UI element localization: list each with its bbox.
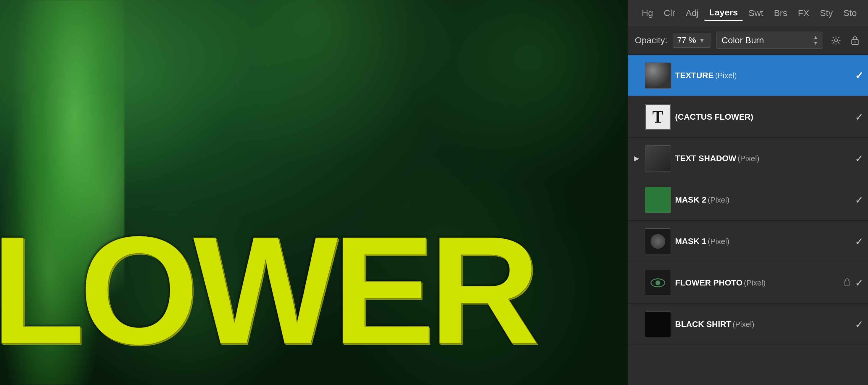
layer-thumbnail-cactus-flower: T — [645, 104, 671, 130]
tab-separator — [635, 8, 635, 18]
canvas-background: LOWER — [0, 0, 628, 385]
blend-row: Opacity: 77 % ▼ Color Burn ▲ ▼ — [628, 26, 868, 55]
texture-thumbnail-preview — [645, 63, 671, 88]
layer-expand-arrow-mask1 — [632, 237, 641, 245]
layer-item-mask2[interactable]: MASK 2 (Pixel) ✓ — [628, 179, 868, 220]
layer-type-mask2: (Pixel) — [708, 196, 730, 204]
layer-name-mask2: MASK 2 — [675, 195, 706, 204]
layer-type-texture: (Pixel) — [715, 71, 737, 80]
layer-thumbnail-text-shadow — [645, 145, 671, 172]
layer-right-mask2: ✓ — [855, 194, 863, 206]
tab-fx[interactable]: FX — [793, 6, 814, 21]
opacity-dropdown[interactable]: 77 % ▼ — [673, 33, 711, 48]
layer-visibility-check-texture[interactable]: ✓ — [855, 69, 863, 82]
layer-name-flower-photo: FLOWER PHOTO — [675, 278, 743, 287]
layer-visibility-check-text-shadow[interactable]: ✓ — [855, 152, 863, 165]
layer-right-text-shadow: ✓ — [855, 152, 863, 165]
layer-item-texture[interactable]: TEXTURE (Pixel) ✓ — [628, 55, 868, 96]
layer-right-cactus-flower: ✓ — [855, 111, 863, 123]
layer-right-black-shirt: ✓ — [855, 318, 863, 330]
layer-expand-arrow-cactus — [632, 113, 641, 121]
right-panel: Hg Clr Adj Layers Swt Brs FX Sty Sto Opa… — [628, 0, 868, 385]
layer-item-black-shirt[interactable]: BLACK SHIRT (Pixel) ✓ — [628, 303, 868, 345]
layer-expand-arrow-mask2 — [632, 196, 641, 204]
layer-visibility-check-cactus-flower[interactable]: ✓ — [855, 111, 863, 123]
layer-info-texture: TEXTURE (Pixel) — [675, 71, 851, 80]
layer-item-cactus-flower[interactable]: T (CACTUS FLOWER) ✓ — [628, 96, 868, 138]
svg-point-0 — [835, 39, 838, 42]
mask1-thumbnail-preview — [645, 229, 671, 254]
layer-expand-arrow-flower — [632, 279, 641, 287]
layer-name-texture: TEXTURE — [675, 71, 714, 80]
layer-type-black-shirt: (Pixel) — [733, 320, 754, 329]
tab-clr[interactable]: Clr — [658, 6, 680, 21]
layer-name-cactus-flower: (CACTUS FLOWER) — [675, 112, 851, 122]
tab-bar: Hg Clr Adj Layers Swt Brs FX Sty Sto — [628, 0, 868, 26]
layer-info-text-shadow: TEXT SHADOW (Pixel) — [675, 154, 851, 163]
lock-icon-small — [844, 277, 850, 286]
layer-right-mask1: ✓ — [855, 235, 863, 247]
layer-thumbnail-mask2 — [645, 187, 671, 213]
flower-photo-thumbnail-preview — [645, 270, 671, 296]
black-shirt-thumbnail-preview — [645, 312, 671, 337]
text-shadow-thumbnail-preview — [645, 146, 671, 171]
layer-type-text-shadow: (Pixel) — [738, 154, 760, 163]
tab-sty[interactable]: Sty — [815, 6, 838, 21]
layer-expand-arrow — [632, 71, 641, 80]
layer-right-texture: ✓ — [855, 69, 863, 82]
layer-visibility-check-mask1[interactable]: ✓ — [855, 235, 863, 247]
layer-info-cactus-flower: (CACTUS FLOWER) — [675, 112, 851, 122]
lock-icon — [851, 35, 859, 45]
layer-info-mask1: MASK 1 (Pixel) — [675, 237, 851, 246]
layer-type-mask1: (Pixel) — [708, 237, 730, 246]
canvas-area: LOWER — [0, 0, 628, 385]
layer-thumbnail-flower-photo — [645, 270, 671, 296]
tab-hg[interactable]: Hg — [636, 6, 658, 21]
blend-mode-dropdown[interactable]: Color Burn ▲ ▼ — [716, 32, 823, 49]
layer-visibility-check-black-shirt[interactable]: ✓ — [855, 318, 863, 330]
layer-lock-icon-flower — [844, 277, 850, 288]
tab-swt[interactable]: Swt — [743, 6, 769, 21]
layer-item-flower-photo[interactable]: FLOWER PHOTO (Pixel) ✓ — [628, 262, 868, 303]
layer-info-flower-photo: FLOWER PHOTO (Pixel) — [675, 278, 840, 288]
tab-brs[interactable]: Brs — [769, 6, 793, 21]
tab-sto[interactable]: Sto — [838, 6, 862, 21]
svg-point-2 — [855, 41, 856, 42]
mask1-circle-shape — [650, 234, 665, 249]
text-t-thumbnail-preview: T — [645, 104, 671, 130]
flower-eye-shape — [650, 278, 665, 287]
layer-info-mask2: MASK 2 (Pixel) — [675, 195, 851, 205]
opacity-label: Opacity: — [635, 35, 668, 45]
lock-button[interactable] — [849, 33, 861, 48]
layer-thumbnail-texture — [645, 62, 671, 89]
layer-name-text-shadow: TEXT SHADOW — [675, 154, 736, 163]
layer-item-text-shadow[interactable]: ▶ TEXT SHADOW (Pixel) ✓ — [628, 138, 868, 179]
blend-mode-value: Color Burn — [721, 35, 764, 45]
layer-item-mask1[interactable]: MASK 1 (Pixel) ✓ — [628, 220, 868, 262]
canvas-text-lower: LOWER — [0, 213, 534, 367]
layer-expand-arrow-text-shadow[interactable]: ▶ — [632, 154, 641, 162]
opacity-value: 77 % — [677, 35, 696, 45]
mask2-thumbnail-preview — [645, 187, 671, 213]
layer-expand-arrow-black-shirt — [632, 320, 641, 328]
layer-type-flower-photo: (Pixel) — [744, 278, 766, 287]
svg-rect-3 — [844, 281, 850, 285]
layer-name-mask1: MASK 1 — [675, 237, 706, 246]
settings-gear-button[interactable] — [828, 33, 844, 48]
opacity-arrow-icon: ▼ — [699, 37, 705, 44]
layer-right-flower-photo: ✓ — [844, 277, 863, 289]
layer-info-black-shirt: BLACK SHIRT (Pixel) — [675, 320, 851, 329]
layer-thumbnail-mask1 — [645, 228, 671, 255]
layer-name-black-shirt: BLACK SHIRT — [675, 320, 731, 329]
tab-adj[interactable]: Adj — [680, 6, 704, 21]
blend-mode-stepper-icon: ▲ ▼ — [813, 35, 818, 46]
layers-list: TEXTURE (Pixel) ✓ T (CACTUS FLOWER) ✓ ▶ — [628, 55, 868, 385]
tab-layers[interactable]: Layers — [704, 5, 743, 21]
gear-icon — [831, 35, 841, 45]
layer-thumbnail-black-shirt — [645, 311, 671, 337]
layer-visibility-check-mask2[interactable]: ✓ — [855, 194, 863, 206]
layer-visibility-check-flower-photo[interactable]: ✓ — [855, 277, 863, 289]
flower-pupil-shape — [655, 280, 660, 285]
